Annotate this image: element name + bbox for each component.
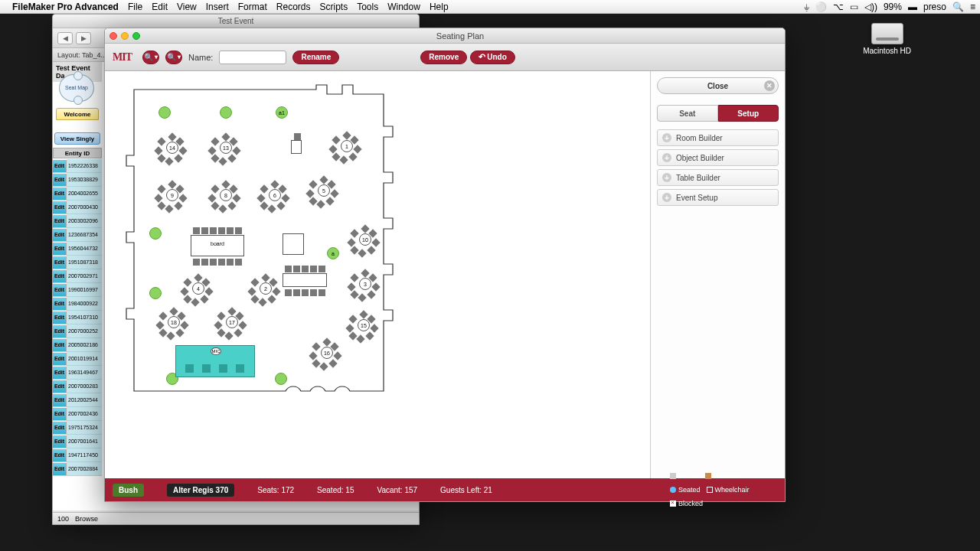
menu-icon[interactable]: ≡ xyxy=(970,2,975,12)
close-x-icon[interactable]: ✕ xyxy=(764,80,775,91)
table-top[interactable]: 2 xyxy=(260,282,272,295)
edit-button[interactable]: Edit xyxy=(53,243,67,255)
edit-button[interactable]: Edit xyxy=(53,187,67,200)
edit-button[interactable]: Edit xyxy=(53,174,67,186)
edit-button[interactable]: Edit xyxy=(53,408,67,420)
close-window-icon[interactable] xyxy=(109,32,117,40)
menu-tools[interactable]: Tools xyxy=(357,2,378,12)
entity-row[interactable]: Edit2001019914 xyxy=(53,352,102,366)
spotlight-icon[interactable]: 🔍 xyxy=(952,2,964,12)
table-seat[interactable] xyxy=(302,289,309,296)
menu-scripts[interactable]: Scripts xyxy=(319,2,348,12)
round-table-9[interactable]: 9 xyxy=(166,189,178,201)
tab-seat[interactable]: Seat xyxy=(657,105,718,122)
round-table-15[interactable]: 15 xyxy=(358,319,370,331)
table-seat[interactable] xyxy=(293,266,300,272)
square-table[interactable] xyxy=(283,233,304,255)
edit-button[interactable]: Edit xyxy=(53,435,67,448)
undo-button[interactable]: ↶Undo xyxy=(470,51,515,64)
table-seat[interactable] xyxy=(318,266,325,272)
table-top[interactable]: 17 xyxy=(226,316,238,328)
table-top[interactable]: 16 xyxy=(321,347,333,359)
entity-row[interactable]: Edit2007000252 xyxy=(53,324,102,338)
table-seat[interactable] xyxy=(310,266,317,272)
rename-button[interactable]: Rename xyxy=(292,51,339,64)
table-seat[interactable] xyxy=(285,289,292,296)
entity-row[interactable]: Edit1953038829 xyxy=(53,173,102,187)
rect-table[interactable] xyxy=(283,273,327,287)
table-seat[interactable] xyxy=(227,227,234,234)
marker-dot[interactable] xyxy=(158,106,171,119)
edit-button[interactable]: Edit xyxy=(53,449,67,461)
entity-row[interactable]: Edit1952226338 xyxy=(53,159,102,173)
edit-button[interactable]: Edit xyxy=(53,298,67,310)
round-table-16[interactable]: 16 xyxy=(321,347,333,359)
table-seat[interactable] xyxy=(235,227,242,234)
table-seat[interactable] xyxy=(293,289,300,296)
table-seat[interactable] xyxy=(210,227,217,234)
stage[interactable]: MIC xyxy=(175,345,255,377)
marker-dot[interactable]: a xyxy=(327,247,339,259)
edit-button[interactable]: Edit xyxy=(53,463,67,475)
table-top[interactable]: 15 xyxy=(358,319,370,331)
marker-dot[interactable] xyxy=(149,227,162,240)
remove-button[interactable]: Remove xyxy=(420,51,467,64)
table-seat[interactable] xyxy=(294,133,301,140)
table-seat[interactable] xyxy=(218,259,225,266)
edit-button[interactable]: Edit xyxy=(53,394,67,406)
minimize-window-icon[interactable] xyxy=(121,32,129,40)
wifi-icon[interactable]: ⏚ xyxy=(804,2,809,12)
entity-row[interactable]: Edit1963149467 xyxy=(53,366,102,380)
volume-icon[interactable]: ◁)) xyxy=(864,2,877,12)
table-top[interactable]: 8 xyxy=(220,189,232,201)
accordion-room-builder[interactable]: +Room Builder xyxy=(657,129,779,146)
app-name[interactable]: FileMaker Pro Advanced xyxy=(12,2,119,12)
round-table-17[interactable]: 17 xyxy=(226,316,238,328)
table-top[interactable]: 6 xyxy=(269,189,281,201)
sp-titlebar[interactable]: Seating Plan xyxy=(105,28,785,44)
accordion-table-builder[interactable]: +Table Builder xyxy=(657,169,779,186)
mic-icon[interactable]: MIC xyxy=(211,347,221,355)
table-top[interactable]: 4 xyxy=(192,282,204,295)
edit-button[interactable]: Edit xyxy=(53,160,67,172)
floorplan-canvas[interactable]: 1413198651042318171516a1aboardMIC xyxy=(105,71,650,478)
round-table-6[interactable]: 6 xyxy=(269,189,281,201)
chip-alter[interactable]: Alter Regis 370 xyxy=(167,484,234,497)
round-table-14[interactable]: 14 xyxy=(166,142,178,154)
table-top[interactable]: 1 xyxy=(341,140,353,152)
tab-setup[interactable]: Setup xyxy=(718,105,779,122)
round-table-18[interactable]: 18 xyxy=(168,316,180,328)
entity-row[interactable]: Edit2007002884 xyxy=(53,462,102,476)
zoom-in-button[interactable]: 🔍▾ xyxy=(142,51,159,64)
entity-row[interactable]: Edit1954107310 xyxy=(53,311,102,324)
table-seat[interactable] xyxy=(218,227,225,234)
entity-row[interactable]: Edit2007002436 xyxy=(53,407,102,421)
entity-row[interactable]: Edit1984000922 xyxy=(53,297,102,311)
marker-dot[interactable]: a1 xyxy=(276,106,288,119)
close-panel-button[interactable]: Close✕ xyxy=(657,77,779,94)
table-top[interactable]: 3 xyxy=(359,278,371,290)
entity-row[interactable]: Edit2007000430 xyxy=(53,201,102,214)
menu-edit[interactable]: Edit xyxy=(152,2,168,12)
table-seat[interactable] xyxy=(310,289,317,296)
marker-dot[interactable] xyxy=(220,106,232,119)
entity-row[interactable]: Edit2007001641 xyxy=(53,435,102,448)
bluetooth-icon[interactable]: ⚪ xyxy=(815,2,827,12)
table-top[interactable]: 18 xyxy=(168,316,180,328)
table-seat[interactable] xyxy=(285,266,292,272)
entity-row[interactable]: Edit2007000283 xyxy=(53,380,102,393)
table-seat[interactable] xyxy=(210,259,217,266)
edit-button[interactable]: Edit xyxy=(53,367,67,379)
round-table-13[interactable]: 13 xyxy=(220,142,232,154)
table-top[interactable]: 10 xyxy=(359,233,371,246)
macintosh-hd-icon[interactable]: Macintosh HD xyxy=(863,23,911,55)
table-seat[interactable] xyxy=(318,289,325,296)
table-seat[interactable] xyxy=(193,259,200,266)
round-table-3[interactable]: 3 xyxy=(359,278,371,290)
zoom-out-button[interactable]: 🔍▾ xyxy=(165,51,182,64)
forward-button[interactable]: ▶ xyxy=(76,32,91,44)
menu-insert[interactable]: Insert xyxy=(206,2,229,12)
edit-button[interactable]: Edit xyxy=(53,256,67,269)
back-button[interactable]: ◀ xyxy=(57,32,73,44)
bg-titlebar[interactable]: Test Event xyxy=(53,15,419,28)
